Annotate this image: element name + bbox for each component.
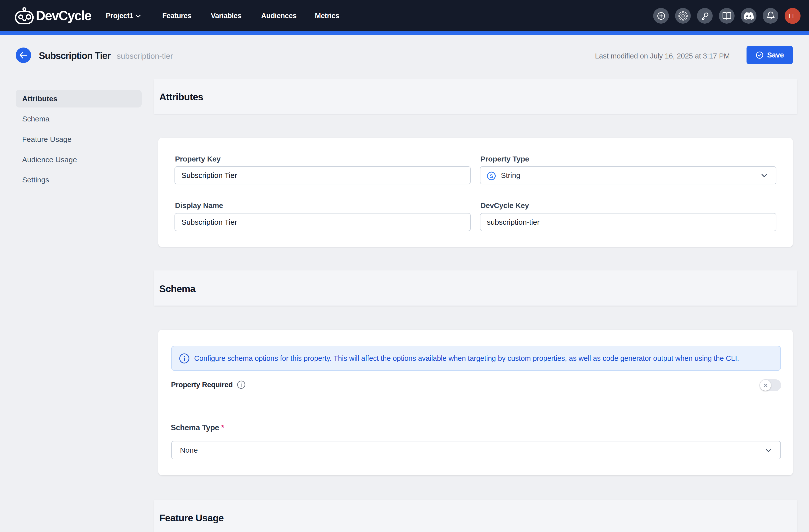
svg-text:S: S: [489, 173, 493, 179]
